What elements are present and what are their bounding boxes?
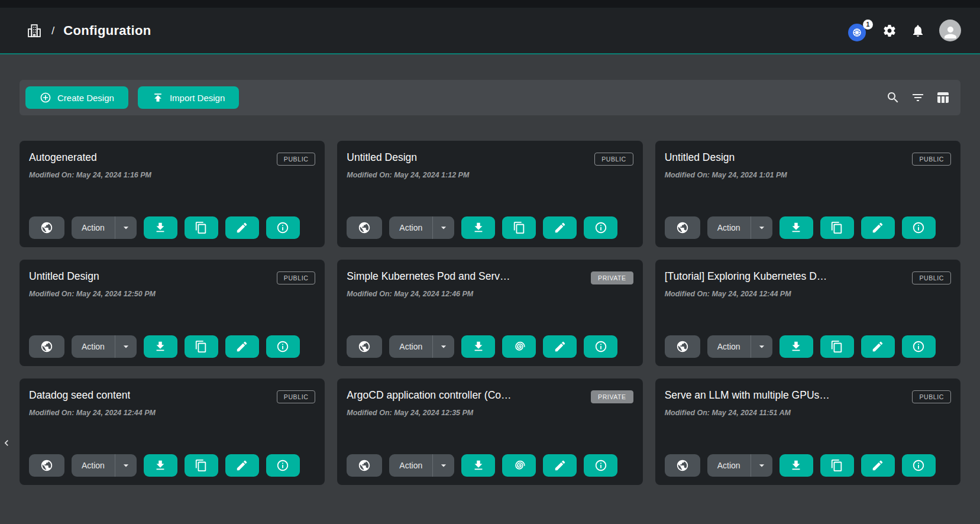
action-button[interactable]: Action [389, 216, 432, 239]
info-button[interactable] [902, 216, 936, 239]
window-top-strip [0, 0, 980, 8]
notifications-bell-icon[interactable] [911, 24, 925, 38]
modified-date: Modified On: May 24, 2024 12:44 PM [665, 290, 951, 298]
action-split-button: Action [389, 335, 454, 358]
action-button[interactable]: Action [389, 335, 432, 358]
visibility-globe-button[interactable] [347, 454, 382, 477]
visibility-globe-button[interactable] [665, 454, 700, 477]
edit-button[interactable] [543, 216, 577, 239]
visibility-globe-button[interactable] [347, 216, 382, 239]
download-button[interactable] [461, 216, 495, 239]
visibility-globe-button[interactable] [665, 216, 700, 239]
edit-pencil-icon [554, 221, 567, 234]
design-title: Simple Kubernetes Pod and Serv… [347, 270, 510, 283]
visibility-globe-button[interactable] [347, 335, 382, 358]
download-button[interactable] [144, 216, 177, 239]
clone-button[interactable] [820, 216, 854, 239]
action-dropdown-button[interactable] [115, 216, 137, 239]
download-button[interactable] [144, 454, 177, 477]
info-button[interactable] [584, 335, 617, 358]
caret-down-icon [438, 341, 449, 352]
action-button[interactable]: Action [72, 454, 115, 477]
action-dropdown-button[interactable] [751, 454, 772, 477]
sidebar-collapse-toggle[interactable] [1, 435, 14, 451]
card-action-row: Action [347, 216, 633, 239]
design-card: Untitled Design PUBLIC Modified On: May … [337, 141, 642, 247]
design-spiral-button[interactable] [502, 335, 536, 358]
edit-button[interactable] [225, 216, 259, 239]
kubernetes-context-button[interactable]: 1 [848, 21, 868, 40]
visibility-globe-button[interactable] [29, 216, 64, 239]
info-button[interactable] [902, 454, 936, 477]
visibility-globe-button[interactable] [665, 335, 700, 358]
caret-down-icon [756, 460, 768, 471]
design-card: Serve an LLM with multiple GPUs… PUBLIC … [655, 379, 960, 485]
filter-icon[interactable] [911, 90, 925, 105]
visibility-globe-button[interactable] [29, 454, 64, 477]
action-split-button: Action [707, 454, 772, 477]
design-spiral-button[interactable] [502, 454, 536, 477]
clone-button[interactable] [502, 216, 536, 239]
download-button[interactable] [780, 216, 813, 239]
clone-button[interactable] [185, 454, 218, 477]
action-button[interactable]: Action [389, 454, 432, 477]
action-dropdown-button[interactable] [432, 454, 454, 477]
edit-button[interactable] [543, 335, 577, 358]
info-button[interactable] [266, 335, 300, 358]
clone-button[interactable] [185, 335, 218, 358]
design-card: [Tutorial] Exploring Kubernetes D… PUBLI… [655, 260, 960, 366]
action-dropdown-button[interactable] [432, 216, 454, 239]
action-button[interactable]: Action [72, 335, 115, 358]
download-icon [472, 221, 485, 234]
action-button[interactable]: Action [707, 335, 751, 358]
table-view-icon[interactable] [936, 90, 950, 105]
action-dropdown-button[interactable] [432, 335, 454, 358]
info-button[interactable] [584, 216, 617, 239]
edit-button[interactable] [861, 216, 895, 239]
globe-public-icon [676, 221, 689, 234]
edit-button[interactable] [543, 454, 577, 477]
edit-button[interactable] [225, 335, 259, 358]
action-dropdown-button[interactable] [751, 335, 772, 358]
download-button[interactable] [144, 335, 177, 358]
globe-public-icon [676, 340, 689, 353]
info-button[interactable] [584, 454, 617, 477]
clone-button[interactable] [185, 216, 218, 239]
import-design-button[interactable]: Import Design [138, 86, 239, 109]
visibility-globe-button[interactable] [29, 335, 64, 358]
info-icon [912, 221, 925, 234]
info-button[interactable] [266, 216, 300, 239]
caret-down-icon [120, 341, 132, 352]
building-icon[interactable] [26, 22, 43, 39]
download-button[interactable] [461, 335, 495, 358]
download-button[interactable] [780, 335, 813, 358]
info-icon [594, 340, 607, 353]
edit-button[interactable] [861, 335, 895, 358]
action-button[interactable]: Action [707, 216, 751, 239]
download-icon [472, 340, 485, 353]
globe-public-icon [358, 340, 371, 353]
breadcrumb-separator: / [51, 24, 54, 37]
clone-button[interactable] [820, 454, 854, 477]
user-avatar[interactable] [939, 20, 961, 41]
action-button[interactable]: Action [707, 454, 751, 477]
info-button[interactable] [902, 335, 936, 358]
download-button[interactable] [461, 454, 495, 477]
search-icon[interactable] [886, 90, 900, 105]
globe-public-icon [40, 459, 53, 472]
download-button[interactable] [780, 454, 813, 477]
design-title: Untitled Design [665, 151, 735, 164]
action-dropdown-button[interactable] [751, 216, 772, 239]
action-dropdown-button[interactable] [115, 335, 137, 358]
create-design-button[interactable]: Create Design [25, 86, 128, 109]
action-button[interactable]: Action [72, 216, 115, 239]
page-title: Configuration [63, 23, 151, 38]
settings-gear-icon[interactable] [882, 24, 897, 38]
edit-button[interactable] [225, 454, 259, 477]
publish-upload-icon [152, 92, 164, 103]
modified-date: Modified On: May 24, 2024 1:12 PM [347, 171, 633, 179]
edit-button[interactable] [861, 454, 895, 477]
action-dropdown-button[interactable] [115, 454, 137, 477]
info-button[interactable] [266, 454, 300, 477]
clone-button[interactable] [820, 335, 854, 358]
